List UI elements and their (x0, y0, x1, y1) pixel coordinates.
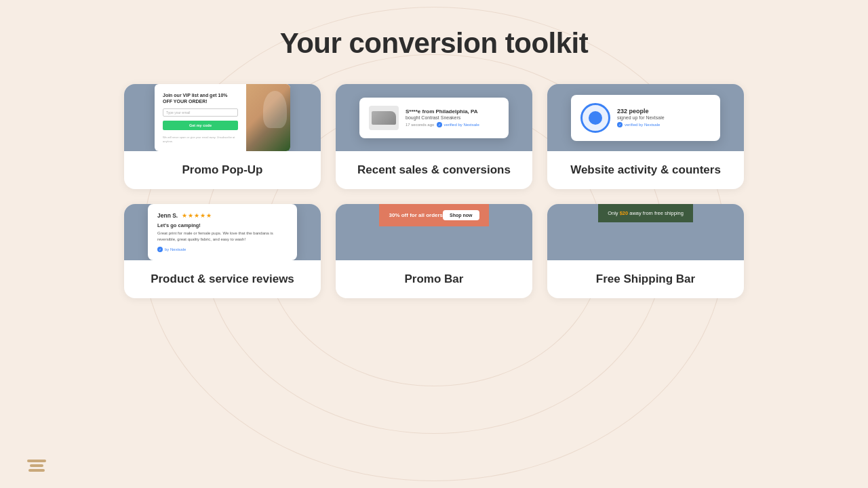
activity-text: 232 people signed up for Nextsale verifi… (617, 108, 711, 127)
sales-time-row: 17 seconds ago verified by Nextsale (406, 122, 499, 127)
verified-icon (437, 122, 442, 127)
card-label-promo-popup: Promo Pop-Up (124, 151, 321, 189)
logo-line-2 (30, 464, 43, 467)
sales-text: S****e from Philadelphia, PA bought Cont… (406, 108, 499, 127)
activity-notification: 232 people signed up for Nextsale verifi… (571, 95, 720, 141)
shipping-amount: $20 (620, 210, 629, 216)
review-stars: ★★★★★ (182, 212, 212, 219)
activity-desc: signed up for Nextsale (617, 115, 711, 120)
popup-model-image (246, 84, 290, 151)
shipping-text-before: Only (608, 210, 620, 216)
promo-bar-message: 30% off for all orders (389, 212, 443, 218)
review-card: Jenn S. ★★★★★ Let's go camping! Great pr… (148, 204, 297, 260)
popup-email: Type your email (163, 108, 238, 117)
cards-grid: Join our VIP list and get 10% OFF YOUR O… (124, 84, 744, 298)
product-reviews-preview: Jenn S. ★★★★★ Let's go camping! Great pr… (124, 204, 321, 260)
card-label-promo-bar: Promo Bar (336, 260, 532, 298)
sales-customer-name: S****e from Philadelphia, PA (406, 108, 499, 115)
recent-sales-preview: S****e from Philadelphia, PA bought Cont… (336, 84, 532, 151)
activity-verified: verified by Nextsale (617, 122, 711, 127)
activity-verified-text: verified by Nextsale (625, 123, 660, 127)
card-label-free-shipping-bar: Free Shipping Bar (547, 260, 744, 298)
sales-time: 17 seconds ago (406, 123, 434, 127)
promo-popup-preview: Join our VIP list and get 10% OFF YOUR O… (124, 84, 321, 151)
verified-text: verified by Nextsale (443, 123, 479, 127)
logo-mark (27, 460, 46, 472)
review-verified-text: by Nextsale (165, 247, 186, 251)
card-label-product-reviews: Product & service reviews (124, 260, 321, 298)
review-body: Great print for male or female pups. We … (157, 230, 288, 243)
promo-bar-strip: 30% off for all orders Shop now (379, 204, 488, 226)
free-shipping-bar-preview: Only $20 away from free shipping (547, 204, 744, 260)
sales-notification: S****e from Philadelphia, PA bought Cont… (359, 98, 509, 138)
activity-avatar-inner (589, 111, 602, 125)
card-product-reviews[interactable]: Jenn S. ★★★★★ Let's go camping! Great pr… (124, 204, 321, 298)
popup-title: Join our VIP list and get 10% OFF YOUR O… (163, 92, 238, 104)
shipping-bar-strip: Only $20 away from free shipping (598, 204, 693, 222)
popup-fine-print: We will never spam or give your email aw… (163, 136, 238, 143)
review-verified: by Nextsale (157, 247, 288, 252)
activity-verified-icon (617, 122, 623, 127)
card-label-website-activity: Website activity & counters (547, 151, 744, 189)
popup-cta: Get my code (163, 121, 238, 130)
card-recent-sales[interactable]: S****e from Philadelphia, PA bought Cont… (336, 84, 532, 189)
review-title: Let's go camping! (157, 222, 288, 228)
promo-bar-cta: Shop now (443, 210, 479, 220)
promo-bar-preview: 30% off for all orders Shop now (336, 204, 532, 260)
logo-line-3 (28, 469, 45, 472)
shipping-product-grid (635, 222, 656, 260)
card-website-activity[interactable]: 232 people signed up for Nextsale verifi… (547, 84, 744, 189)
promo-product-grid (423, 226, 445, 260)
shipping-bar-message: Only $20 away from free shipping (608, 210, 684, 216)
shoe-shape (372, 111, 396, 125)
popup-card: Join our VIP list and get 10% OFF YOUR O… (155, 84, 290, 151)
card-free-shipping-bar[interactable]: Only $20 away from free shipping Free Sh… (547, 204, 744, 298)
sales-shoe-image (369, 106, 399, 130)
reviewer-name: Jenn S. (157, 212, 178, 219)
activity-count: 232 people (617, 108, 711, 115)
popup-left: Join our VIP list and get 10% OFF YOUR O… (155, 84, 246, 151)
activity-avatar (580, 103, 610, 133)
page-title: Your conversion toolkit (280, 27, 588, 60)
logo-line-1 (27, 460, 46, 462)
page-content: Your conversion toolkit Join our VIP lis… (0, 0, 868, 319)
card-promo-popup[interactable]: Join our VIP list and get 10% OFF YOUR O… (124, 84, 321, 189)
sales-product: bought Contrast Sneakers (406, 115, 499, 120)
card-promo-bar[interactable]: 30% off for all orders Shop now Promo Ba… (336, 204, 532, 298)
card-label-recent-sales: Recent sales & conversions (336, 151, 532, 189)
sales-verified: verified by Nextsale (437, 122, 479, 127)
review-verified-icon (157, 247, 163, 252)
shipping-text-after: away from free shipping (628, 210, 684, 216)
logo-lines (27, 460, 46, 472)
review-header: Jenn S. ★★★★★ (157, 212, 288, 219)
website-activity-preview: 232 people signed up for Nextsale verifi… (547, 84, 744, 151)
